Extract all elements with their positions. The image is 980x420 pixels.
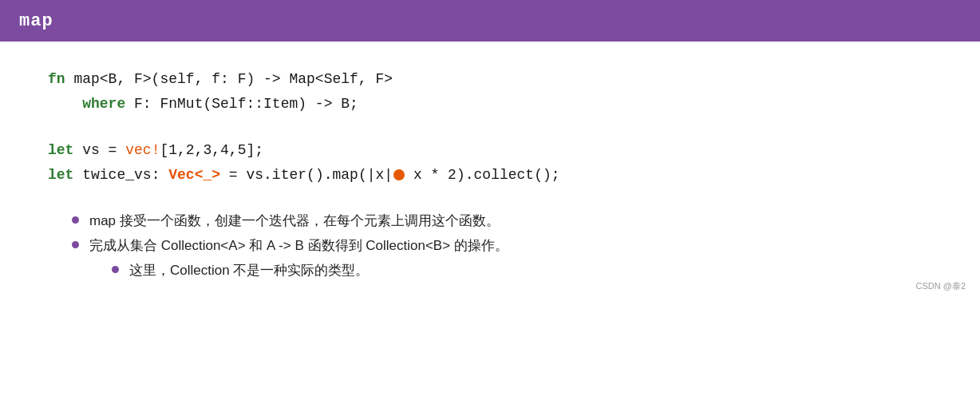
bullet-item-1: map 接受一个函数，创建一个迭代器，在每个元素上调用这个函数。 [72, 209, 932, 234]
code-block: fn map<B, F>(self, f: F) -> Map<Self, F>… [48, 67, 932, 116]
code-line-4: let vs = vec![1,2,3,4,5]; [48, 138, 932, 163]
header-title: map [19, 11, 53, 31]
sub-bullet-item-1: 这里，Collection 不是一种实际的类型。 [112, 259, 932, 283]
code-line-2: where F: FnMut(Self::Item) -> B; [48, 92, 932, 117]
sub-bullet-list: 这里，Collection 不是一种实际的类型。 [89, 259, 932, 283]
header-bar: map [0, 0, 980, 42]
watermark: CSDN @泰2 [915, 280, 966, 292]
code-line-1: fn map<B, F>(self, f: F) -> Map<Self, F> [48, 67, 932, 92]
code-line-5: let twice_vs: Vec<_> = vs.iter().map(|x|… [48, 163, 932, 188]
bullet-item-2: 完成从集合 Collection<A> 和 A -> B 函数得到 Collec… [72, 234, 932, 283]
bullet-list: map 接受一个函数，创建一个迭代器，在每个元素上调用这个函数。 完成从集合 C… [48, 209, 932, 283]
code-block-2: let vs = vec![1,2,3,4,5]; let twice_vs: … [48, 138, 932, 187]
content-area: fn map<B, F>(self, f: F) -> Map<Self, F>… [0, 42, 980, 299]
